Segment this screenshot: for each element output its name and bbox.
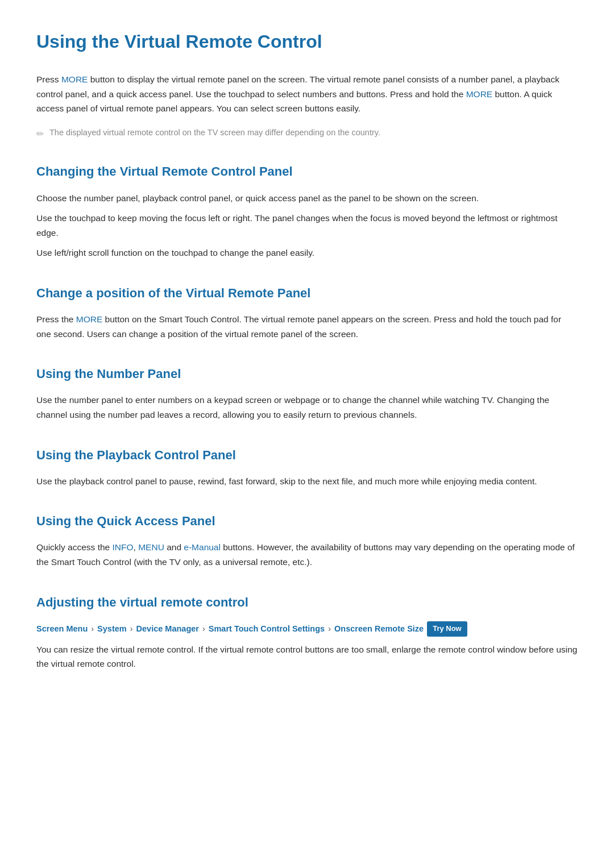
breadcrumb: Screen Menu › System › Device Manager › … <box>36 621 578 637</box>
breadcrumb-device-manager: Device Manager <box>136 622 199 636</box>
breadcrumb-system: System <box>97 622 127 636</box>
section-para-adjusting-1: You can resize the virtual remote contro… <box>36 642 578 671</box>
section-adjusting: Adjusting the virtual remote control Scr… <box>36 592 578 671</box>
section-changing-panel: Changing the Virtual Remote Control Pane… <box>36 161 578 260</box>
breadcrumb-smart-touch: Smart Touch Control Settings <box>209 622 325 636</box>
page-title: Using the Virtual Remote Control <box>36 27 578 56</box>
more-link-position: MORE <box>76 314 103 324</box>
section-body-quick-access: Quickly access the INFO, MENU and e-Manu… <box>36 540 578 569</box>
emanual-link: e-Manual <box>184 542 221 552</box>
section-para-position-1: Press the MORE button on the Smart Touch… <box>36 312 578 341</box>
section-para-number-1: Use the number panel to enter numbers on… <box>36 393 578 422</box>
breadcrumb-sep-4: › <box>328 622 331 636</box>
menu-link: MENU <box>138 542 164 552</box>
pencil-icon: ✏ <box>36 127 44 142</box>
section-title-changing-panel: Changing the Virtual Remote Control Pane… <box>36 161 578 181</box>
section-title-playback-panel: Using the Playback Control Panel <box>36 445 578 465</box>
section-para-changing-3: Use left/right scroll function on the to… <box>36 246 578 260</box>
section-para-changing-1: Choose the number panel, playback contro… <box>36 191 578 206</box>
breadcrumb-onscreen-remote: Onscreen Remote Size <box>334 622 424 636</box>
section-title-quick-access: Using the Quick Access Panel <box>36 511 578 531</box>
section-quick-access: Using the Quick Access Panel Quickly acc… <box>36 511 578 569</box>
note-row: ✏ The displayed virtual remote control o… <box>36 126 578 142</box>
more-link-1: MORE <box>61 74 88 84</box>
section-body-playback-panel: Use the playback control panel to pause,… <box>36 474 578 489</box>
breadcrumb-sep-1: › <box>91 622 94 636</box>
section-title-adjusting: Adjusting the virtual remote control <box>36 592 578 612</box>
section-body-number-panel: Use the number panel to enter numbers on… <box>36 393 578 422</box>
section-change-position: Change a position of the Virtual Remote … <box>36 283 578 341</box>
section-body-changing-panel: Choose the number panel, playback contro… <box>36 191 578 260</box>
section-number-panel: Using the Number Panel Use the number pa… <box>36 364 578 422</box>
more-link-2: MORE <box>466 89 493 99</box>
section-title-change-position: Change a position of the Virtual Remote … <box>36 283 578 303</box>
section-title-number-panel: Using the Number Panel <box>36 364 578 384</box>
section-para-playback-1: Use the playback control panel to pause,… <box>36 474 578 489</box>
breadcrumb-sep-2: › <box>130 622 133 636</box>
breadcrumb-container: Screen Menu › System › Device Manager › … <box>36 621 578 637</box>
section-playback-panel: Using the Playback Control Panel Use the… <box>36 445 578 489</box>
try-now-badge[interactable]: Try Now <box>427 621 467 637</box>
note-text: The displayed virtual remote control on … <box>49 126 380 139</box>
intro-paragraph: Press MORE button to display the virtual… <box>36 72 578 116</box>
section-para-changing-2: Use the touchpad to keep moving the focu… <box>36 211 578 240</box>
breadcrumb-sep-3: › <box>202 622 205 636</box>
section-body-adjusting: You can resize the virtual remote contro… <box>36 642 578 671</box>
breadcrumb-screen-menu: Screen Menu <box>36 622 88 636</box>
info-link: INFO <box>113 542 134 552</box>
section-body-change-position: Press the MORE button on the Smart Touch… <box>36 312 578 341</box>
section-para-quick-1: Quickly access the INFO, MENU and e-Manu… <box>36 540 578 569</box>
